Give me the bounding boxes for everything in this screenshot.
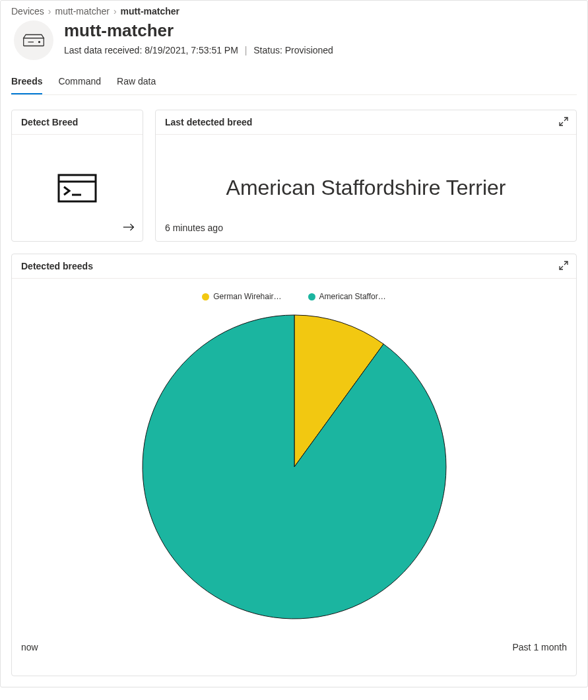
card-detected-breeds: Detected breeds German Wirehair… America…	[11, 254, 577, 676]
breadcrumb-devices[interactable]: Devices	[11, 6, 44, 17]
header-subtitle: Last data received: 8/19/2021, 7:53:51 P…	[64, 45, 333, 55]
page-header: mutt-matcher Last data received: 8/19/20…	[14, 20, 577, 60]
card-last-title: Last detected breed	[156, 110, 576, 135]
status-value: Provisioned	[285, 45, 333, 55]
tab-command[interactable]: Command	[58, 72, 101, 94]
legend-swatch-icon	[202, 293, 209, 300]
expand-icon[interactable]	[559, 261, 568, 273]
tab-breeds[interactable]: Breeds	[11, 72, 42, 94]
pie-chart	[12, 308, 576, 642]
arrow-right-icon[interactable]	[123, 223, 135, 234]
page-title: mutt-matcher	[64, 20, 333, 41]
breadcrumb: Devices › mutt-matcher › mutt-matcher	[11, 6, 577, 17]
chart-time-right: Past 1 month	[513, 642, 568, 652]
pie-slice[interactable]	[142, 315, 445, 619]
card-chart-title: Detected breeds	[12, 254, 576, 279]
breadcrumb-current: mutt-matcher	[121, 6, 180, 17]
card-last-breed: Last detected breed American Staffordshi…	[155, 110, 577, 242]
breadcrumb-mid[interactable]: mutt-matcher	[55, 6, 109, 17]
last-breed-value: American Staffordshire Terrier	[156, 176, 576, 200]
last-data-label: Last data received:	[64, 45, 145, 55]
last-data-time: 8/19/2021, 7:53:51 PM	[145, 45, 238, 55]
chart-legend: German Wirehair… American Staffor…	[12, 279, 576, 308]
svg-line-10	[560, 266, 563, 269]
svg-line-8	[560, 122, 563, 125]
legend-swatch-icon	[308, 293, 315, 300]
status-label: Status:	[253, 45, 284, 55]
tab-rawdata[interactable]: Raw data	[117, 72, 156, 94]
chart-time-left: now	[21, 642, 38, 652]
divider: |	[241, 45, 251, 55]
legend-item[interactable]: German Wirehair…	[202, 292, 281, 301]
chevron-right-icon: ›	[48, 6, 51, 17]
chart-time-footer: now Past 1 month	[12, 642, 576, 660]
last-breed-time: 6 minutes ago	[165, 223, 223, 233]
card-detect-breed[interactable]: Detect Breed	[11, 110, 143, 242]
card-detect-title: Detect Breed	[12, 110, 143, 135]
tab-bar: Breeds Command Raw data	[11, 72, 577, 95]
chevron-right-icon: ›	[114, 6, 117, 17]
legend-label: American Staffor…	[319, 292, 386, 301]
expand-icon[interactable]	[559, 117, 568, 129]
legend-label: German Wirehair…	[213, 292, 281, 301]
svg-point-2	[38, 42, 40, 43]
svg-line-7	[564, 118, 568, 121]
device-icon	[14, 20, 53, 60]
svg-line-9	[564, 262, 568, 265]
legend-item[interactable]: American Staffor…	[308, 292, 386, 301]
